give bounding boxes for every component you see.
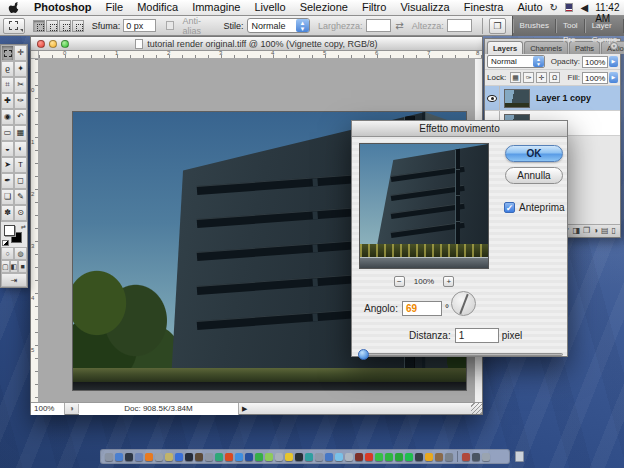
slider-thumb[interactable] [358,349,369,360]
preview-checkbox[interactable]: ✓ [504,202,515,213]
resize-grip[interactable] [471,403,482,414]
dock-icon[interactable] [155,453,163,461]
angle-dial[interactable] [451,291,476,316]
width-input[interactable] [366,19,392,32]
menu-visualizza[interactable]: Visualizza [393,0,456,15]
dock-icon[interactable] [105,453,113,461]
layer-row-1[interactable]: Layer 1 copy [485,86,620,111]
file-browser-button[interactable]: ❐ [489,18,505,34]
height-input[interactable] [447,19,473,32]
lock-transparency-icon[interactable]: ▦ [510,72,521,83]
dock-icon[interactable] [435,453,443,461]
zoom-out-button[interactable]: − [394,276,405,287]
opacity-field[interactable]: 100% [582,56,608,68]
dock-icon[interactable] [345,453,353,461]
tool-rectangular-marquee[interactable] [1,45,14,61]
visibility-toggle[interactable] [485,86,500,110]
tool-shape[interactable]: ◻ [14,173,27,189]
dock-icon[interactable] [415,453,423,461]
dock-icon[interactable] [295,453,303,461]
dock-icon[interactable] [145,453,153,461]
dock-icon[interactable] [195,453,203,461]
sync-icon[interactable]: ↻ [550,2,558,13]
current-tool-button[interactable] [3,18,25,34]
tool-slice[interactable]: ✂ [14,77,27,93]
dock-icon[interactable] [205,453,213,461]
new-layer-icon[interactable]: ▤ [601,227,609,235]
tool-history-brush[interactable]: ↶ [14,109,27,125]
standard-mode-button[interactable]: ○ [1,247,14,260]
dock-icon[interactable] [425,453,433,461]
zoom-in-button[interactable]: + [443,276,454,287]
layer-thumbnail[interactable] [504,89,530,108]
dock-icon[interactable] [385,453,393,461]
dock-icon[interactable] [215,453,223,461]
layer-mask-icon[interactable]: ◨ [572,227,580,235]
close-button[interactable] [37,40,45,48]
tab-layers[interactable]: Layers [487,41,523,54]
dock-icon[interactable] [175,453,183,461]
dock-icon[interactable] [245,453,253,461]
clock[interactable]: Fri 11:42 AM [595,0,624,24]
selection-subtract-button[interactable] [59,20,71,32]
tool-notes[interactable]: ❏ [1,189,14,205]
menu-aiuto[interactable]: Aiuto [510,0,549,15]
lock-paint-icon[interactable]: ✑ [523,72,534,83]
fullscreen-menubar-button[interactable]: ◧ [10,260,19,273]
tool-move[interactable]: ✛ [14,45,27,61]
feather-input[interactable]: 0 px [123,19,156,32]
dock-icon[interactable] [445,453,453,461]
dock-icon[interactable] [135,453,143,461]
tool-type[interactable]: T [14,157,27,173]
lock-position-icon[interactable]: ✛ [536,72,547,83]
selection-add-button[interactable] [46,20,58,32]
dock-icon[interactable] [315,453,323,461]
foreground-color-swatch[interactable] [4,225,15,236]
blend-mode-popup[interactable]: Normal ▲▼ [487,55,545,68]
dock-icon[interactable] [125,453,133,461]
minimize-button[interactable] [49,40,57,48]
tool-clone-stamp[interactable]: ◉ [1,109,14,125]
us-flag-icon[interactable] [565,3,574,12]
tool-hand[interactable]: ✽ [1,205,14,221]
dock-icon[interactable] [265,453,273,461]
tool-eraser[interactable]: ▭ [1,125,14,141]
layer-name[interactable]: Layer 1 copy [536,93,591,103]
dock-icon[interactable] [115,453,123,461]
zoom-button[interactable] [61,40,69,48]
dock-icon[interactable] [405,453,413,461]
distance-slider[interactable] [358,349,563,360]
dock-icon[interactable] [375,453,383,461]
dock-icon[interactable] [462,453,470,461]
lock-all-icon[interactable]: Ω [549,72,560,83]
fill-field[interactable]: 100% [582,72,608,84]
zoom-percentage-field[interactable]: 100% [31,403,65,415]
tool-dodge[interactable]: ◐ [14,141,27,157]
dock-icon[interactable] [235,453,243,461]
dock-icon[interactable] [482,453,490,461]
menu-selezione[interactable]: Selezione [293,0,355,15]
tool-blur[interactable]: ◒ [1,141,14,157]
tool-path-selection[interactable]: ➤ [1,157,14,173]
dock-icon[interactable] [472,453,480,461]
antialias-checkbox[interactable] [166,21,174,30]
angle-input[interactable]: 69 [402,301,442,316]
fullscreen-button[interactable]: ■ [18,260,27,273]
fill-arrow-icon[interactable]: ▶ [609,72,618,83]
style-popup[interactable]: Normale ▲▼ [247,18,310,33]
adjustment-layer-icon[interactable]: ◑ [593,227,598,235]
tool-eyedropper[interactable]: ✎ [14,189,27,205]
dock-icon[interactable] [355,453,363,461]
dock-icon[interactable] [395,453,403,461]
apple-menu-icon[interactable] [8,2,21,14]
dock-icon[interactable] [225,453,233,461]
cancel-button[interactable]: Annulla [505,167,563,184]
dock-icon[interactable] [305,453,313,461]
dock-icon[interactable] [165,453,173,461]
swap-dimensions-icon[interactable]: ⇄ [395,20,403,31]
dock-icon[interactable] [335,453,343,461]
quick-mask-mode-button[interactable]: ◍ [14,247,27,260]
menu-finestra[interactable]: Finestra [457,0,511,15]
menu-livello[interactable]: Livello [247,0,292,15]
dock-trash-icon[interactable] [515,451,524,462]
